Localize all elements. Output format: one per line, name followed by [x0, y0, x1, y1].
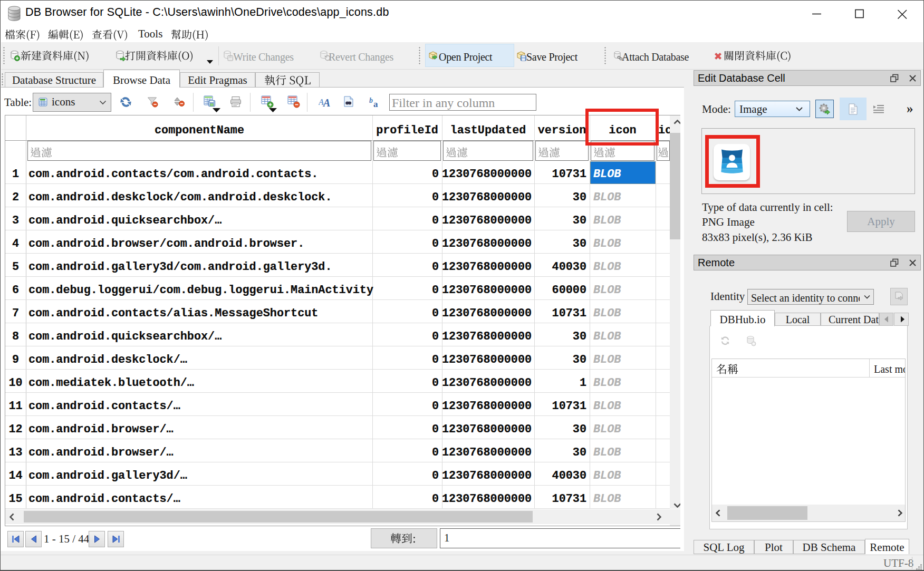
svg-text:b: b — [369, 96, 373, 104]
svg-text:A: A — [322, 97, 330, 108]
svg-text:a: a — [373, 99, 378, 108]
